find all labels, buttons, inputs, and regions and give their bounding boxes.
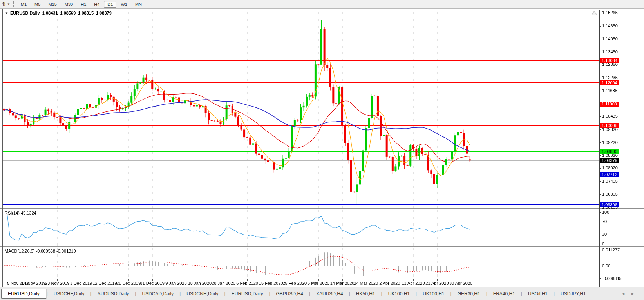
chart-tab-bar: EURUSD,Daily|USDCHF,Daily|AUDUSD,Daily|U… [0, 287, 644, 300]
timeframe-button-m15[interactable]: M15 [45, 1, 60, 8]
date-label: 6 Feb 2020 [236, 281, 258, 285]
date-label: 3 Dec 2019 [70, 281, 92, 285]
chart-tab-eurusd-daily[interactable]: EURUSD,Daily [226, 289, 269, 299]
chart-shift-marker-icon[interactable] [592, 11, 597, 15]
date-label: 12 Dec 2019 [92, 281, 117, 285]
chart-tab-fra40-h1[interactable]: FRA40,H1 [488, 289, 521, 299]
timeframe-button-w1[interactable]: W1 [117, 1, 131, 8]
tab-separator: | [349, 291, 350, 296]
date-label: 21 Dec 2019 [116, 281, 141, 285]
macd-axis-label: -0.008845 [602, 276, 622, 281]
price-axis-label: 1.15265 [602, 10, 618, 15]
tab-separator: | [416, 291, 417, 296]
date-label: 5 Mar 2020 [308, 281, 329, 285]
chart-open-value: 1.08431 [42, 11, 58, 15]
date-label: 31 Dec 2019 [140, 281, 165, 285]
timeframe-button-m1[interactable]: M1 [17, 1, 30, 8]
date-label: 23 Nov 2019 [45, 281, 69, 285]
date-label: 21 Apr 2020 [425, 281, 449, 285]
date-label: 9 Jan 2020 [165, 281, 186, 285]
date-label: 11 Apr 2020 [402, 281, 425, 285]
tab-separator: | [450, 291, 452, 296]
hline-price-label: 1.07712 [600, 172, 619, 177]
toolbar-dropdown-arrow-icon[interactable]: ▼ [7, 2, 10, 6]
chart-close-value: 1.08379 [96, 11, 112, 15]
tab-separator: | [486, 291, 487, 296]
tab-separator: | [381, 291, 382, 296]
date-label: 2 Apr 2020 [379, 281, 400, 285]
price-axis-label: 1.07405 [602, 179, 618, 184]
date-label: 24 Mar 2020 [354, 281, 378, 285]
timeframe-buttons: M1M5M15M30H1H4D1W1MN [17, 1, 146, 8]
date-label: 28 Jan 2020 [212, 281, 235, 285]
tab-separator: | [269, 291, 270, 296]
date-label: 18 Jan 2020 [188, 281, 212, 285]
price-axis-label: 1.09220 [602, 140, 618, 145]
chart-tab-usdchf-daily[interactable]: USDCHF,Daily [48, 289, 90, 299]
tab-separator: | [179, 291, 181, 296]
mt4-window: ⇅ ▼ M1M5M15M30H1H4D1W1MN ▼EURUSD,Daily1.… [0, 0, 644, 300]
chart-symbol-label: EURUSD,Daily [10, 11, 40, 15]
toolbar: ⇅ ▼ M1M5M15M30H1H4D1W1MN [0, 0, 644, 9]
timeframe-button-h4[interactable]: H4 [90, 1, 103, 8]
tick-chart-icon[interactable]: ⇅ [2, 0, 6, 8]
price-axis-label: 1.12235 [602, 75, 618, 80]
chart-tab-usdcad-daily[interactable]: USDCAD,Daily [136, 289, 179, 299]
chart-title: ▼EURUSD,Daily1.084311.085691.083151.0837… [5, 11, 114, 15]
tab-separator: | [135, 291, 136, 296]
price-axis-label: 1.10435 [602, 114, 618, 119]
hline-price-label: 1.08800 [600, 149, 619, 154]
hline-price-label: 1.12004 [600, 80, 619, 85]
timeframe-button-mn[interactable]: MN [132, 1, 145, 8]
chart-tab-audusd-daily[interactable]: AUDUSD,Daily [92, 289, 135, 299]
macd-indicator-label: MACD(12,26,9) -0.000538 -0.001319 [5, 249, 76, 253]
tab-separator: | [47, 291, 48, 296]
date-label: 15 Feb 2020 [259, 281, 283, 285]
rsi-indicator-label: RSI(14) 45.1324 [5, 211, 36, 215]
chart-tab-usdcnh-daily[interactable]: USDCNH,Daily [181, 289, 224, 299]
chart-tab-hk50-h1[interactable]: HK50,H1 [351, 289, 381, 299]
tab-separator: | [224, 291, 226, 296]
price-axis-label: 1.11635 [602, 88, 617, 93]
toolbar-grip[interactable] [13, 1, 14, 7]
date-label: 14 Nov 2019 [22, 281, 46, 285]
tab-scroll-right-icon[interactable]: ► [631, 291, 640, 296]
tab-separator: | [554, 291, 555, 296]
chart-tabs: EURUSD,Daily|USDCHF,Daily|AUDUSD,Daily|U… [1, 289, 592, 299]
hline-price-label: 1.06306 [600, 202, 619, 207]
chart-tab-gbpusd-h4[interactable]: GBPUSD,H4 [271, 289, 309, 299]
chart-tab-ger30-h1[interactable]: GER30,H1 [452, 289, 486, 299]
price-axis-label: 1.08020 [602, 165, 618, 171]
chart-high-value: 1.08569 [60, 11, 76, 15]
hline-price-label: 1.11009 [600, 102, 619, 107]
price-axis-label: 1.06805 [602, 192, 618, 197]
tab-separator: | [521, 291, 522, 296]
chart-tab-usoil-h1[interactable]: USOil,H1 [523, 289, 553, 299]
rsi-axis-label: 70 [602, 219, 607, 224]
timeframe-button-m30[interactable]: M30 [61, 1, 76, 8]
chart-low-value: 1.08315 [78, 11, 94, 15]
chart-tab-uk100-h1[interactable]: UK100,H1 [383, 289, 415, 299]
chart-canvas[interactable] [0, 9, 644, 287]
timeframe-button-d1[interactable]: D1 [104, 1, 116, 8]
price-axis-label: 1.14050 [602, 36, 618, 42]
chart-tab-uk100-h1[interactable]: UK100,H1 [417, 289, 450, 299]
timeframe-button-h1[interactable]: H1 [77, 1, 90, 8]
chart-tab-xauusd-h4[interactable]: XAUUSD,H4 [311, 289, 349, 299]
macd-axis-label: 0.00 [602, 264, 610, 269]
rsi-axis-label: 100 [602, 210, 609, 215]
chart-dropdown-arrow-icon[interactable]: ▼ [5, 11, 8, 15]
date-label: 30 Apr 2020 [449, 281, 472, 285]
tab-scroll-arrows: ◄► [621, 291, 640, 296]
tab-scroll-left-icon[interactable]: ◄ [621, 291, 631, 296]
chart-tab-eurusd-daily[interactable]: EURUSD,Daily [1, 289, 46, 299]
timeframe-button-m5[interactable]: M5 [31, 1, 44, 8]
rsi-axis-label: 30 [602, 232, 607, 237]
rsi-axis-label: 0 [602, 242, 604, 247]
hline-price-label: 1.13034 [600, 58, 619, 63]
date-label: 25 Feb 2020 [282, 281, 307, 285]
tab-separator: | [90, 291, 92, 296]
chart-tab-usdjpy-h1[interactable]: USDJPY,H1 [555, 289, 591, 299]
date-label: 14 Mar 2020 [330, 281, 355, 285]
current-price-label: 1.08379 [600, 158, 619, 163]
